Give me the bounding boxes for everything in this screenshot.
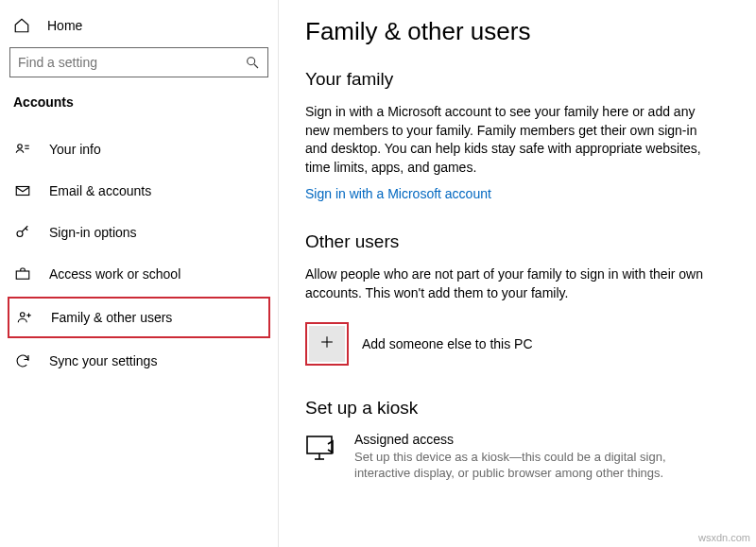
assigned-access-row[interactable]: Assigned access Set up this device as a …	[305, 432, 730, 482]
svg-rect-13	[307, 436, 332, 453]
briefcase-icon	[13, 265, 32, 283]
search-icon	[245, 55, 260, 70]
other-users-description: Allow people who are not part of your fa…	[305, 265, 721, 302]
content-pane: Family & other users Your family Sign in…	[279, 0, 756, 547]
search-input[interactable]	[18, 55, 245, 70]
home-label: Home	[47, 18, 82, 33]
sidebar-item-sync-settings[interactable]: Sync your settings	[0, 340, 278, 382]
sidebar-item-label: Email & accounts	[49, 183, 151, 198]
mail-icon	[13, 181, 32, 200]
svg-rect-7	[16, 271, 29, 279]
plus-icon	[318, 333, 336, 354]
svg-point-6	[17, 231, 23, 237]
assigned-access-text: Assigned access Set up this device as a …	[354, 432, 713, 482]
sidebar-item-label: Sign-in options	[49, 225, 137, 240]
sync-icon	[13, 351, 32, 370]
kiosk-heading: Set up a kiosk	[305, 398, 730, 419]
sidebar: Home Accounts Your info Email & accounts…	[0, 0, 279, 547]
add-button-highlight	[305, 322, 349, 366]
home-button[interactable]: Home	[0, 9, 278, 47]
sidebar-item-label: Family & other users	[51, 310, 172, 325]
sidebar-item-your-info[interactable]: Your info	[0, 128, 278, 170]
svg-point-0	[248, 58, 255, 65]
svg-rect-5	[16, 187, 29, 196]
watermark: wsxdn.com	[698, 532, 750, 543]
other-users-heading: Other users	[305, 231, 730, 252]
assigned-access-title: Assigned access	[354, 432, 713, 447]
kiosk-icon	[305, 434, 339, 462]
people-add-icon	[15, 308, 34, 327]
svg-point-8	[21, 313, 26, 317]
sidebar-item-label: Sync your settings	[49, 353, 157, 368]
home-icon	[13, 17, 30, 34]
svg-point-2	[18, 145, 23, 149]
category-label: Accounts	[0, 94, 278, 128]
sidebar-item-work-school[interactable]: Access work or school	[0, 253, 278, 295]
sidebar-item-email-accounts[interactable]: Email & accounts	[0, 170, 278, 212]
add-user-row[interactable]: Add someone else to this PC	[305, 322, 730, 366]
search-container	[0, 47, 278, 94]
person-card-icon	[13, 140, 32, 159]
sidebar-item-label: Access work or school	[49, 266, 180, 282]
family-description: Sign in with a Microsoft account to see …	[305, 103, 721, 177]
page-title: Family & other users	[305, 17, 730, 46]
signin-microsoft-link[interactable]: Sign in with a Microsoft account	[305, 186, 491, 201]
assigned-access-description: Set up this device as a kiosk—this could…	[354, 449, 713, 482]
sidebar-item-family-other-users[interactable]: Family & other users	[8, 297, 270, 338]
add-user-button[interactable]	[309, 326, 345, 362]
svg-line-1	[254, 64, 258, 68]
sidebar-item-signin-options[interactable]: Sign-in options	[0, 212, 278, 253]
search-box[interactable]	[9, 47, 268, 77]
key-icon	[13, 223, 32, 242]
sidebar-item-label: Your info	[49, 142, 101, 157]
add-user-label: Add someone else to this PC	[362, 336, 533, 351]
family-heading: Your family	[305, 69, 730, 90]
